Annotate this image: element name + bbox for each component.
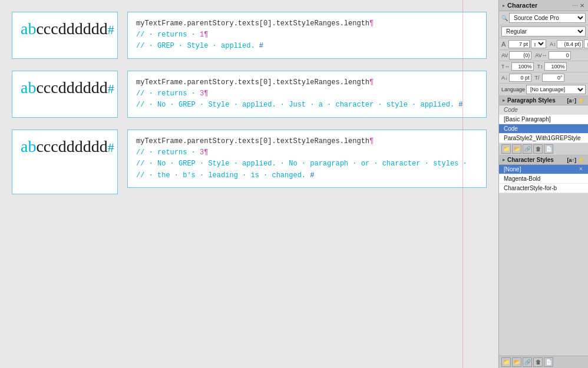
char-styles-triangle: ▸ xyxy=(503,157,505,163)
leading-input[interactable] xyxy=(557,40,583,48)
code-line-3-1: myTextFrame.parentStory.texts[0].textSty… xyxy=(136,136,478,147)
text-box-left-2: abcccdddddd# xyxy=(12,71,118,118)
v-scale-input[interactable] xyxy=(544,62,567,71)
canvas-area: abcccdddddd# myTextFrame.parentStory.tex… xyxy=(0,0,498,368)
font-size-unit[interactable]: pt xyxy=(531,39,546,48)
char-styles-title: Character Styles xyxy=(507,157,554,163)
leading-unit[interactable]: pt xyxy=(584,39,588,48)
char-styles-sort[interactable]: [a↑] xyxy=(567,157,577,163)
char-style-magenta[interactable]: Magenta-Bold xyxy=(499,174,588,184)
char-style-none[interactable]: [None] ✕ xyxy=(499,165,588,174)
para-styles-triangle: ▸ xyxy=(503,98,505,103)
para-styles-toolbar: 📁 📂 🔗 🗑 📄 xyxy=(499,143,588,155)
character-styles-header: ▸ Character Styles [a↑] ⚡ xyxy=(499,155,588,165)
kerning-icon: AV xyxy=(501,52,508,58)
text-box-right-2: myTextFrame.parentStory.texts[0].textSty… xyxy=(127,71,487,118)
char-link-btn[interactable]: 🔗 xyxy=(523,357,532,367)
char-folder-btn[interactable]: 📂 xyxy=(512,357,521,367)
scale-row: T↔ T↕ xyxy=(499,61,588,72)
char-delete-btn[interactable]: 🗑 xyxy=(533,357,543,367)
para-style-basic[interactable]: [Basic Paragraph] xyxy=(499,115,588,124)
text-box-left-3: abcccdddddd# xyxy=(12,130,118,194)
baseline-icon: A↓ xyxy=(501,75,508,81)
code-line-2-1: myTextFrame.parentStory.texts[0].textSty… xyxy=(136,77,478,88)
abc-text-1: abcccdddddd# xyxy=(21,19,114,38)
tracking-icon: AV↔ xyxy=(535,52,547,58)
char-add-btn[interactable]: 📄 xyxy=(544,357,553,367)
para-styles-menu[interactable]: ⚡ xyxy=(578,98,584,104)
character-panel-header: ▸ Character ⋯ ✕ xyxy=(499,0,588,11)
para-style-code[interactable]: Code xyxy=(499,124,588,134)
font-size-input[interactable] xyxy=(508,40,530,48)
frame-row-3: abcccdddddd# myTextFrame.parentStory.tex… xyxy=(12,130,487,194)
kerning-tracking-row: AV AV↔ xyxy=(499,50,588,61)
language-dropdown[interactable]: [No Language] xyxy=(526,85,586,94)
font-size-icon: A xyxy=(501,41,507,48)
abc-text-2: abcccdddddd# xyxy=(21,78,114,97)
panel-expand-btn[interactable]: ⋯ xyxy=(572,2,578,9)
h-scale-input[interactable] xyxy=(511,62,534,71)
text-box-right-1: myTextFrame.parentStory.texts[0].textSty… xyxy=(127,12,487,59)
code-line-1-2: // · returns · 1¶ xyxy=(136,29,478,41)
code-line-1-1: myTextFrame.parentStory.texts[0].textSty… xyxy=(136,18,478,29)
style-row: Regular xyxy=(499,25,588,38)
right-panel: ▸ Character ⋯ ✕ 🔍 Source Code Pro Regula… xyxy=(498,0,588,368)
code-line-2-2: // · returns · 3¶ xyxy=(136,88,478,100)
tracking-input[interactable] xyxy=(549,51,571,59)
paragraph-styles-list: Code [Basic Paragraph] Code ParaStyle2_W… xyxy=(499,105,588,143)
language-row: Language [No Language] xyxy=(499,84,588,96)
code-line-2-3: // · No · GREP · Style · applied. · Just… xyxy=(136,100,478,111)
kerning-input[interactable] xyxy=(509,51,531,59)
skew-icon: T/ xyxy=(535,75,541,81)
code-line-3-4: // · the · b's · leading · is · changed.… xyxy=(136,170,478,181)
para-style-grep[interactable]: ParaStyle2_With1GREPStyle xyxy=(499,134,588,143)
baseline-skew-row: A↓ T/ xyxy=(499,72,588,84)
code-line-1-3: // · GREP · Style · applied. # xyxy=(136,41,478,52)
character-styles-list: [None] ✕ Magenta-Bold CharacterStyle-for… xyxy=(499,165,588,193)
style-dropdown[interactable]: Regular xyxy=(501,26,586,37)
language-label: Language xyxy=(501,87,525,92)
font-search-icon: 🔍 xyxy=(501,15,508,21)
char-styles-menu[interactable]: ⚡ xyxy=(578,157,584,163)
baseline-input[interactable] xyxy=(509,74,531,82)
para-style-section-label: Code xyxy=(499,105,588,115)
para-styles-sort[interactable]: [a↑] xyxy=(567,98,577,104)
text-box-right-3: myTextFrame.parentStory.texts[0].textSty… xyxy=(127,130,487,188)
frame-row-2: abcccdddddd# myTextFrame.parentStory.tex… xyxy=(12,71,487,118)
text-box-left-1: abcccdddddd# xyxy=(12,12,118,59)
v-scale-icon: T↕ xyxy=(537,64,543,69)
paragraph-styles-header: ▸ Paragraph Styles [a↑] ⚡ xyxy=(499,96,588,105)
leading-icon: A↕ xyxy=(550,41,556,47)
char-style-for-b[interactable]: CharacterStyle-for-b xyxy=(499,184,588,193)
size-leading-row: A pt A↕ pt xyxy=(499,38,588,50)
code-line-3-3: // · No · GREP · Style · applied. · No ·… xyxy=(136,158,478,170)
frame-row-1: abcccdddddd# myTextFrame.parentStory.tex… xyxy=(12,12,487,59)
font-dropdown[interactable]: Source Code Pro xyxy=(509,13,586,23)
para-folder-btn[interactable]: 📂 xyxy=(512,144,521,154)
character-panel-triangle: ▸ xyxy=(503,3,505,8)
h-scale-icon: T↔ xyxy=(501,64,510,69)
char-style-none-icon: ✕ xyxy=(579,166,583,172)
abc-text-3: abcccdddddd# xyxy=(21,137,114,155)
para-link-btn[interactable]: 🔗 xyxy=(523,144,532,154)
code-line-3-2: // · returns · 3¶ xyxy=(136,147,478,158)
skew-input[interactable] xyxy=(542,74,564,82)
character-panel-title: Character xyxy=(507,2,537,9)
para-new-group-btn[interactable]: 📁 xyxy=(501,144,511,154)
para-delete-btn[interactable]: 🗑 xyxy=(533,144,543,154)
font-selector-row: 🔍 Source Code Pro xyxy=(499,11,588,25)
panel-bottom-toolbar: 📁 📂 🔗 🗑 📄 xyxy=(499,356,588,368)
char-new-group-btn[interactable]: 📁 xyxy=(501,357,511,367)
para-add-btn[interactable]: 📄 xyxy=(544,144,553,154)
panel-close-btn[interactable]: ✕ xyxy=(580,2,584,9)
para-styles-title: Paragraph Styles xyxy=(507,97,556,104)
